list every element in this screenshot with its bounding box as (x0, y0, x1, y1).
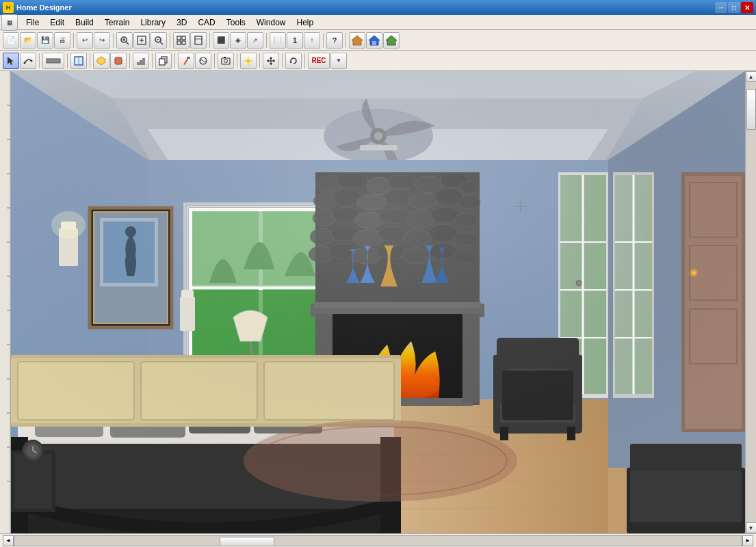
svg-point-36 (224, 59, 228, 62)
svg-line-8 (160, 42, 163, 44)
material-tool[interactable] (195, 53, 211, 69)
svg-rect-27 (115, 57, 122, 64)
undo-button[interactable]: ↩ (77, 32, 93, 49)
sun-tool[interactable] (240, 53, 257, 69)
svg-rect-12 (177, 41, 181, 44)
paint-tool[interactable] (178, 53, 194, 69)
camera-tool[interactable] (218, 53, 234, 69)
house-btn-1[interactable] (349, 32, 365, 49)
status-bar: ◄ ► (0, 533, 756, 547)
svg-rect-28 (137, 62, 140, 65)
close-button[interactable]: ✕ (741, 2, 753, 13)
sep1 (73, 33, 74, 48)
scroll-h-track[interactable] (14, 535, 742, 546)
polyline-tool[interactable] (20, 53, 36, 69)
sep4 (129, 53, 130, 68)
zoom-in2-button[interactable] (133, 32, 150, 49)
sep5 (266, 33, 267, 48)
open-button[interactable]: 📂 (20, 32, 36, 49)
zoom-out-button[interactable] (151, 32, 167, 49)
sep8 (237, 53, 237, 68)
svg-line-1 (126, 42, 129, 44)
svg-rect-32 (159, 59, 165, 65)
rec-button[interactable]: REC (308, 53, 330, 69)
sep6 (174, 53, 175, 68)
scroll-right-button[interactable]: ► (742, 535, 753, 546)
house-btn-2[interactable] (366, 32, 382, 49)
room-canvas (11, 71, 745, 533)
fit-window-button[interactable] (173, 32, 190, 49)
menu-terrain[interactable]: Terrain (99, 16, 135, 29)
menu-icon-btn[interactable]: ▦ (1, 14, 18, 31)
window-controls: ─ □ ✕ (715, 2, 753, 13)
svg-marker-19 (386, 36, 397, 45)
sep7 (214, 53, 215, 68)
menu-help[interactable]: Help (291, 16, 319, 29)
scroll-track[interactable] (746, 82, 757, 522)
menu-cad[interactable]: CAD (192, 16, 220, 29)
redo-button[interactable]: ↪ (94, 32, 110, 49)
tool-btn-4[interactable]: ⋮⋮ (270, 32, 286, 49)
svg-point-21 (24, 62, 26, 64)
scroll-h-thumb[interactable] (220, 537, 274, 546)
app-icon: H (3, 2, 14, 13)
maximize-button[interactable]: □ (728, 2, 740, 13)
zoom-in-button[interactable] (116, 32, 133, 49)
menu-window[interactable]: Window (251, 16, 291, 29)
object2-tool[interactable] (110, 53, 127, 69)
svg-rect-50 (0, 71, 11, 533)
copy-tool[interactable] (155, 53, 172, 69)
content-area (11, 71, 745, 533)
svg-point-38 (246, 59, 250, 63)
svg-rect-13 (182, 41, 185, 44)
svg-marker-45 (270, 57, 272, 59)
tool-btn-1[interactable]: ⬛ (213, 32, 229, 49)
scroll-down-button[interactable]: ▼ (746, 522, 757, 533)
rotate-tool[interactable] (285, 53, 302, 69)
move-tool[interactable] (263, 53, 279, 69)
menu-tools[interactable]: Tools (221, 16, 251, 29)
tool-btn-2[interactable]: ◈ (230, 32, 246, 49)
sep3 (170, 33, 170, 48)
room-tool[interactable] (70, 53, 87, 69)
object-tool[interactable] (93, 53, 109, 69)
svg-rect-33 (187, 57, 190, 59)
svg-rect-211 (11, 71, 745, 533)
wall-tool[interactable] (42, 53, 64, 69)
menu-file[interactable]: File (21, 16, 44, 29)
fit-page-button[interactable] (190, 32, 207, 49)
rec-dropdown[interactable]: ▼ (330, 53, 347, 69)
svg-rect-11 (182, 36, 185, 40)
scroll-thumb[interactable] (746, 89, 756, 130)
tool-btn-6[interactable]: ↑ (304, 32, 320, 49)
sep10 (282, 53, 283, 68)
svg-marker-20 (8, 57, 14, 65)
svg-rect-37 (224, 57, 226, 58)
menu-3d[interactable]: 3D (171, 16, 192, 29)
horizontal-scrollbar[interactable]: ◄ ► (3, 535, 753, 546)
house-btn-3[interactable] (383, 32, 400, 49)
tool-btn-5[interactable]: 1 (287, 32, 303, 49)
menu-edit[interactable]: Edit (44, 16, 70, 29)
menu-library[interactable]: Library (135, 16, 171, 29)
svg-marker-46 (270, 63, 272, 65)
vertical-scrollbar[interactable]: ▲ ▼ (745, 71, 756, 533)
new-button[interactable]: 📄 (3, 32, 19, 49)
help-button[interactable]: ? (326, 32, 343, 49)
save-button[interactable]: 💾 (37, 32, 53, 49)
minimize-button[interactable]: ─ (715, 2, 727, 13)
room-scene (11, 71, 745, 533)
sep5 (152, 53, 153, 68)
scroll-up-button[interactable]: ▲ (746, 71, 757, 82)
svg-rect-23 (47, 59, 60, 63)
select-tool[interactable] (3, 53, 19, 69)
svg-marker-48 (273, 59, 275, 62)
svg-marker-49 (289, 61, 292, 64)
tool-btn-3[interactable]: ↗ (247, 32, 263, 49)
print-button[interactable]: 🖨 (54, 32, 70, 49)
sep3 (90, 53, 90, 68)
scroll-left-button[interactable]: ◄ (3, 535, 14, 546)
sep9 (259, 53, 260, 68)
stair-tool[interactable] (133, 53, 149, 69)
menu-build[interactable]: Build (70, 16, 99, 29)
